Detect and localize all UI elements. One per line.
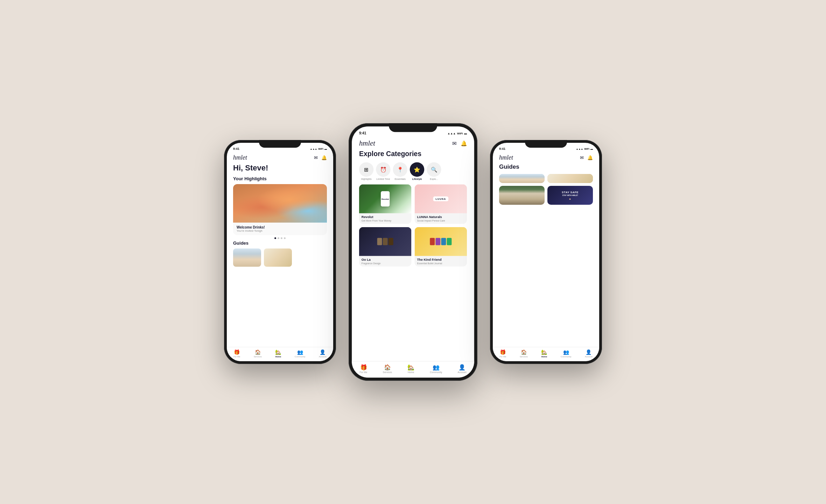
revolut-phone-mock: Revolut [381, 191, 390, 206]
product-lunna[interactable]: LUUNA LUNNA Naturals Social Impact Perio… [415, 184, 467, 224]
revolut-info: Revolut Get More From Your Money [359, 214, 412, 224]
account-label: Account [319, 356, 327, 358]
status-time-2: 9:41 [359, 131, 366, 135]
nav3-home-label: Home [541, 356, 547, 358]
nav3-home[interactable]: 🏡 Home [541, 349, 547, 358]
journal-3 [441, 238, 446, 245]
nav-community[interactable]: 👥 Community [295, 349, 305, 358]
notification-icon-2[interactable]: 🔔 [461, 140, 467, 146]
header-actions: ✉ 🔔 [314, 155, 327, 160]
community-icon: 👥 [297, 349, 303, 355]
guide-staysafe[interactable]: STAY SAFE STAY WITH HMLET 🏠 Stay Safe at… [547, 186, 593, 205]
nav-forme[interactable]: 🎁 For Me [233, 349, 240, 358]
mail-icon-2[interactable]: ✉ [452, 140, 457, 146]
status-icons-2: ▲▲▲ WiFi ▬ [447, 132, 467, 135]
guide-myspace[interactable]: My Space All you need to know [499, 186, 545, 205]
cat-limited-icon: ⏰ [376, 162, 390, 177]
mail-icon[interactable]: ✉ [314, 155, 318, 160]
home-label: Home [275, 356, 281, 358]
signal-icon-2: ▲▲▲ [447, 132, 456, 135]
guides-grid: Settling In Guide Get started right Expl… [499, 174, 593, 205]
explore-neighbourhood-image [547, 174, 593, 183]
kind-img-bg [415, 227, 467, 256]
nav-services[interactable]: 🏠 Services [254, 349, 262, 358]
nav2-services-label: Services [383, 371, 392, 373]
status-time-3: 9:41 [499, 147, 505, 150]
nav3-services-icon: 🏠 [521, 349, 527, 355]
notification-icon-3[interactable]: 🔔 [587, 155, 593, 160]
guide-settling[interactable]: Settling In Guide Get started right [499, 174, 545, 183]
cat-highlights[interactable]: ⊞ Highlights [359, 162, 373, 181]
notch [259, 140, 301, 148]
notch-2 [389, 123, 437, 132]
kind-info: The Kind Friend Essential Bullet Journal [415, 256, 467, 267]
guide-thumb-1[interactable] [233, 248, 261, 267]
guide-thumb-2[interactable] [264, 248, 292, 267]
guide-explore-neighbourhood[interactable]: Explore Neighbourhood Our Recomendations [547, 174, 593, 183]
explore-map-sim [547, 174, 593, 183]
lunna-info: LUNNA Naturals Social Impact Period Care [415, 214, 467, 224]
account-icon: 👤 [320, 349, 326, 355]
forme-label: For Me [233, 356, 240, 358]
app-header-3: hmlet ✉ 🔔 [493, 153, 599, 163]
nav3-services[interactable]: 🏠 Services [520, 349, 528, 358]
product-revolut[interactable]: Revolut Revolut Get More From Your Money [359, 184, 412, 224]
cat-limited[interactable]: ⏰ Limited Time [376, 162, 390, 181]
highlight-title: Welcome Drinks! [237, 225, 323, 229]
oola-img-bg [359, 227, 412, 256]
nav3-account[interactable]: 👤 Account [585, 349, 593, 358]
cat-essentials[interactable]: 📍 Essentials [393, 162, 407, 181]
lunna-img-bg: LUUNA [415, 184, 467, 214]
nav-account[interactable]: 👤 Account [319, 349, 327, 358]
product-grid: Revolut Revolut Get More From Your Money… [359, 184, 467, 267]
battery-icon: ▬ [324, 148, 327, 150]
cat-explore[interactable]: 🔍 Explo... [427, 162, 441, 181]
highlight-card[interactable]: Welcome Drinks! You're Invited Tonigh [233, 184, 327, 235]
product-kind[interactable]: The Kind Friend Essential Bullet Journal [415, 227, 467, 267]
oola-bags [377, 238, 393, 245]
lunna-desc: Social Impact Period Care [417, 219, 465, 222]
greeting-text: Hi, Steve! [233, 163, 327, 173]
cat-essentials-label: Essentials [394, 178, 405, 180]
header-actions-3: ✉ 🔔 [580, 155, 593, 160]
header-actions-2: ✉ 🔔 [452, 140, 467, 146]
product-oola[interactable]: Oo La Fragrance Design [359, 227, 412, 267]
nav2-home-icon: 🏡 [407, 364, 414, 370]
nav3-services-label: Services [520, 356, 528, 358]
cat-highlights-label: Highlights [361, 178, 371, 180]
kind-journals [430, 238, 451, 245]
journal-4 [447, 238, 452, 245]
kind-image [415, 227, 467, 256]
nav3-community[interactable]: 👥 Community [561, 349, 571, 358]
cat-highlights-icon: ⊞ [359, 162, 373, 177]
nav2-forme[interactable]: 🎁 For Me [359, 364, 367, 374]
nav2-services[interactable]: 🏠 Services [383, 364, 392, 374]
explore-content: Explore Categories ⊞ Highlights ⏰ Limite… [352, 150, 474, 361]
battery-icon-2: ▬ [464, 132, 467, 135]
guide-thumb-img-2 [264, 248, 292, 267]
nav3-home-icon: 🏡 [541, 349, 547, 355]
settling-room-sim [499, 174, 545, 183]
cat-explore-icon: 🔍 [427, 162, 441, 177]
lunna-name: LUNNA Naturals [417, 215, 465, 219]
cat-lifestyle[interactable]: ⭐ Lifestyle [410, 162, 424, 181]
oola-name: Oo La [362, 258, 409, 261]
notification-icon[interactable]: 🔔 [321, 155, 327, 160]
mail-icon-3[interactable]: ✉ [580, 155, 584, 160]
nav3-community-icon: 👥 [563, 349, 569, 355]
forme-icon: 🎁 [234, 349, 240, 355]
status-icons: ▲▲▲ WiFi ▬ [310, 148, 327, 150]
guides-row [233, 248, 327, 267]
nav2-account[interactable]: 👤 Account [458, 364, 467, 374]
cat-explore-label: Explo... [430, 178, 438, 180]
lunna-box: LUUNA [433, 196, 449, 201]
guides-section-title: Guides [233, 240, 327, 246]
nav3-forme[interactable]: 🎁 For Me [499, 349, 506, 358]
nav2-account-label: Account [458, 371, 467, 373]
nav2-community[interactable]: 👥 Community [430, 364, 442, 374]
nav-home[interactable]: 🏡 Home [275, 349, 281, 358]
journal-1 [430, 238, 435, 245]
journal-2 [435, 238, 440, 245]
highlight-subtitle: You're Invited Tonigh [237, 229, 323, 232]
nav2-home[interactable]: 🏡 Home [407, 364, 414, 374]
